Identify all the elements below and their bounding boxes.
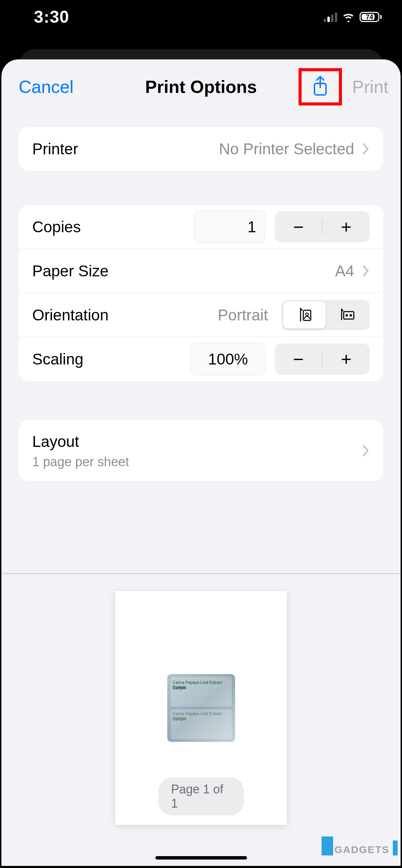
orientation-landscape-button[interactable] bbox=[326, 301, 368, 329]
layout-group: Layout 1 page per sheet bbox=[19, 420, 383, 481]
print-settings-group: Copies 1 − + Paper Size A4 Orientation P… bbox=[19, 205, 383, 381]
copies-stepper: − + bbox=[275, 211, 370, 242]
copies-decrement-button[interactable]: − bbox=[275, 216, 322, 237]
preview-text: Caripill bbox=[173, 686, 187, 690]
scaling-increment-button[interactable]: + bbox=[323, 349, 370, 370]
cancel-button[interactable]: Cancel bbox=[19, 77, 74, 97]
svg-point-4 bbox=[345, 314, 348, 316]
layout-subtitle: 1 page per sheet bbox=[32, 455, 129, 469]
printer-group: Printer No Printer Selected bbox=[19, 127, 383, 171]
share-button-highlight bbox=[299, 68, 342, 105]
sheet-navbar: Cancel Print Options Print bbox=[2, 60, 400, 114]
landscape-icon bbox=[339, 308, 355, 322]
paper-size-value: A4 bbox=[335, 262, 354, 280]
status-bar: 3:30 74 bbox=[0, 0, 402, 34]
copies-row: Copies 1 − + bbox=[19, 205, 383, 249]
copies-input[interactable]: 1 bbox=[194, 211, 265, 243]
orientation-portrait-button[interactable] bbox=[283, 301, 326, 329]
paper-size-row[interactable]: Paper Size A4 bbox=[19, 249, 383, 293]
orientation-row: Orientation Portrait bbox=[19, 293, 383, 337]
scaling-label: Scaling bbox=[32, 350, 83, 368]
preview-text: Caripill bbox=[173, 717, 187, 722]
share-icon[interactable] bbox=[312, 76, 329, 96]
preview-text: Carica Papaya Leaf Extract Tablets bbox=[173, 711, 235, 721]
print-preview-area: Carica Papaya Leaf Extract Tablets Carip… bbox=[2, 573, 400, 866]
print-options-sheet: Cancel Print Options Print Printer No Pr… bbox=[1, 59, 401, 866]
scaling-input[interactable]: 100% bbox=[191, 343, 265, 375]
preview-page[interactable]: Carica Papaya Leaf Extract Tablets Carip… bbox=[115, 591, 287, 825]
battery-indicator: 74 bbox=[360, 12, 382, 22]
svg-rect-3 bbox=[344, 312, 354, 319]
paper-size-label: Paper Size bbox=[32, 262, 109, 280]
svg-point-2 bbox=[306, 313, 308, 316]
scaling-decrement-button[interactable]: − bbox=[275, 349, 322, 370]
wifi-icon bbox=[342, 12, 355, 22]
chevron-right-icon bbox=[362, 445, 370, 457]
orientation-label: Orientation bbox=[32, 306, 109, 324]
copies-label: Copies bbox=[32, 218, 81, 236]
home-indicator[interactable] bbox=[155, 856, 247, 860]
copies-increment-button[interactable]: + bbox=[323, 216, 370, 237]
watermark: GADGETS bbox=[322, 836, 398, 855]
layout-row[interactable]: Layout 1 page per sheet bbox=[19, 420, 383, 481]
battery-percent: 74 bbox=[366, 13, 373, 21]
printer-label: Printer bbox=[32, 140, 78, 158]
printer-value: No Printer Selected bbox=[219, 140, 354, 158]
status-time: 3:30 bbox=[34, 7, 69, 27]
chevron-right-icon bbox=[362, 265, 370, 277]
status-indicators: 74 bbox=[324, 12, 382, 22]
preview-document-image: Carica Papaya Leaf Extract Tablets Carip… bbox=[167, 674, 235, 742]
printer-row[interactable]: Printer No Printer Selected bbox=[19, 127, 383, 171]
orientation-segmented bbox=[282, 300, 370, 330]
scaling-stepper: − + bbox=[275, 343, 370, 375]
device-frame: 3:30 74 Cancel Pri bbox=[0, 0, 402, 868]
svg-point-5 bbox=[349, 314, 352, 316]
watermark-text: GADGETS bbox=[334, 844, 389, 855]
scaling-row: Scaling 100% − + bbox=[19, 337, 383, 381]
orientation-value: Portrait bbox=[218, 306, 268, 324]
layout-label: Layout bbox=[32, 432, 129, 451]
chevron-right-icon bbox=[362, 143, 370, 155]
portrait-icon bbox=[297, 308, 312, 322]
page-count-badge: Page 1 of 1 bbox=[158, 777, 244, 815]
print-button[interactable]: Print bbox=[352, 77, 388, 97]
cellular-signal-icon bbox=[324, 12, 337, 22]
